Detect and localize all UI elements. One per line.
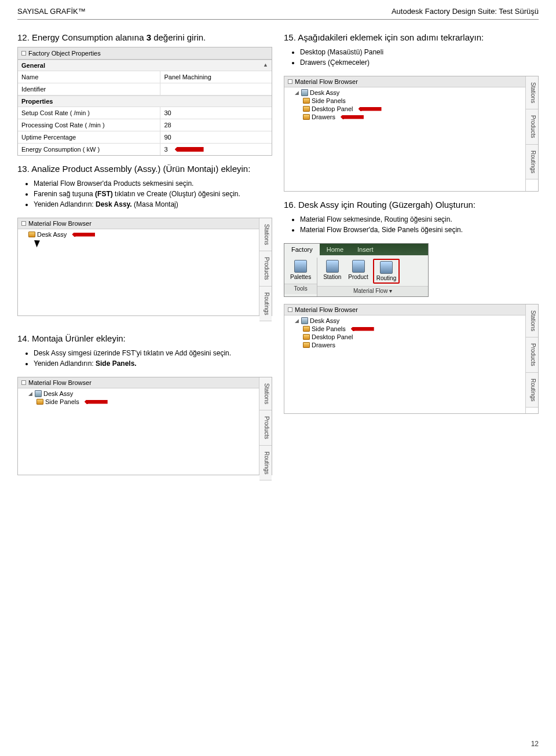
bullet-item: Drawers (Çekmeceler)	[300, 57, 539, 68]
tree-item-label: Side Panels	[45, 398, 79, 405]
cursor	[20, 238, 257, 248]
prop-key: Identifier	[18, 83, 160, 95]
step13-bullets: Material Flow Browser'da Products sekmes…	[17, 178, 272, 210]
step12-title-post: değerini girin.	[151, 32, 206, 42]
prop-key: Setup Cost Rate ( /min )	[18, 107, 160, 119]
ribbon-group-label: Material Flow ▾	[317, 286, 428, 296]
section-properties[interactable]: Properties	[18, 96, 272, 107]
tab-stations[interactable]: Stations	[526, 304, 538, 337]
tree-item-desk-assy[interactable]: ◢ Desk Assy	[287, 89, 523, 97]
prop-row: Identifier	[18, 83, 272, 96]
arrow-icon	[72, 233, 95, 237]
page-header: SAYISAL GRAFİK™ Autodesk Factory Design …	[0, 0, 556, 18]
tab-stations[interactable]: Stations	[259, 218, 272, 251]
mfb-title: Material Flow Browser	[18, 218, 259, 229]
prop-val[interactable]: 30	[160, 107, 272, 119]
station-icon	[326, 260, 339, 273]
bullet-item: Yeniden Adlandırın: Side Panels.	[34, 358, 272, 369]
ribbon-tab-insert[interactable]: Insert	[350, 244, 381, 255]
mfb-tree: Desk Assy	[18, 229, 259, 315]
arrow-icon	[341, 115, 364, 119]
prop-key: Processing Cost Rate ( /min )	[18, 119, 160, 131]
prop-row: Processing Cost Rate ( /min ) 28	[18, 119, 272, 131]
tree-item-desktop-panel[interactable]: Desktop Panel	[287, 105, 523, 113]
tree-item-label: Desk Assy	[37, 231, 67, 238]
tab-products[interactable]: Products	[526, 109, 538, 144]
tree-item-label: Desk Assy	[310, 89, 339, 96]
header-right: Autodesk Factory Design Suite: Test Sürü…	[392, 7, 539, 16]
collapse-icon[interactable]: ▲	[263, 62, 268, 69]
product-icon	[352, 260, 365, 273]
ribbon-btn-label: Station	[323, 274, 341, 280]
mfb-title-text: Material Flow Browser	[295, 306, 358, 313]
mfb-tree: ◢ Desk Assy Side Panels	[18, 388, 259, 475]
tab-stations[interactable]: Stations	[259, 377, 272, 410]
step15-bullets: Desktop (Masaüstü) Paneli Drawers (Çekme…	[284, 47, 539, 68]
step12-title: 12. Energy Consumption alanına 3 değerin…	[17, 32, 272, 42]
prop-key: Name	[18, 71, 160, 83]
prop-val-highlight[interactable]: 3	[160, 144, 272, 155]
mfb-side-tabs: Stations Products Routings	[259, 218, 272, 315]
tree-item-label: Desk Assy	[310, 317, 339, 324]
product-icon	[36, 399, 43, 405]
tree-item-desk-assy[interactable]: ◢ Desk Assy	[20, 390, 257, 398]
product-icon	[303, 98, 310, 104]
ribbon-btn-station[interactable]: Station	[321, 259, 343, 284]
ribbon-tab-home[interactable]: Home	[320, 244, 350, 255]
mfb-title: Material Flow Browser	[284, 304, 525, 315]
ribbon-factory: Factory Home Insert Palettes Tools	[284, 243, 429, 297]
ribbon-btn-palettes[interactable]: Palettes	[288, 259, 313, 281]
mfb-title-icon	[288, 79, 292, 84]
section-general-label: General	[21, 62, 45, 69]
caret-icon[interactable]: ◢	[295, 90, 299, 96]
tab-products[interactable]: Products	[526, 337, 538, 372]
ribbon-btn-product[interactable]: Product	[346, 259, 370, 284]
ribbon-btn-routing[interactable]: Routing	[373, 259, 400, 284]
mfb-title: Material Flow Browser	[284, 76, 525, 87]
tab-routings[interactable]: Routings	[259, 287, 272, 321]
prop-row: Energy Consumption ( kW ) 3	[18, 144, 272, 155]
prop-row: Uptime Percentage 90	[18, 131, 272, 144]
bullet-item: Desk Assy simgesi üzerinde FST'yi tıklat…	[34, 348, 272, 358]
material-flow-browser: Material Flow Browser ◢ Desk Assy Side P…	[284, 304, 539, 414]
tree-item-desk-assy[interactable]: ◢ Desk Assy	[287, 317, 523, 325]
prop-val[interactable]: 90	[160, 131, 272, 143]
caret-icon[interactable]: ◢	[28, 391, 33, 397]
bullet-item: Material Flow Browser'da Products sekmes…	[34, 178, 272, 189]
prop-key: Uptime Percentage	[18, 131, 160, 143]
tab-routings[interactable]: Routings	[526, 145, 538, 179]
prop-val[interactable]: Panel Machining	[160, 71, 272, 83]
mfb-title-text: Material Flow Browser	[295, 78, 358, 85]
prop-val[interactable]: 28	[160, 119, 272, 131]
caret-icon[interactable]: ◢	[295, 318, 299, 324]
assembly-icon	[301, 317, 308, 324]
product-icon	[28, 232, 35, 237]
material-flow-browser: Material Flow Browser ◢ Desk Assy Side P…	[284, 76, 539, 192]
prop-val[interactable]	[160, 83, 272, 95]
tree-item-side-panels[interactable]: Side Panels	[287, 97, 523, 105]
tree-item-side-panels[interactable]: Side Panels	[287, 325, 523, 333]
tab-routings[interactable]: Routings	[526, 373, 538, 408]
step15-title: 15. Aşağıdakileri eklemek için son adımı…	[284, 32, 539, 42]
tab-products[interactable]: Products	[259, 251, 272, 286]
tree-item-side-panels[interactable]: Side Panels	[20, 398, 257, 406]
header-left: SAYISAL GRAFİK™	[17, 7, 86, 16]
tree-item-desktop-panel[interactable]: Desktop Panel	[287, 333, 523, 341]
tree-item-drawers[interactable]: Drawers	[287, 113, 523, 121]
ribbon-tab-factory[interactable]: Factory	[284, 244, 320, 255]
section-general[interactable]: General ▲	[18, 60, 272, 71]
tree-item-drawers[interactable]: Drawers	[287, 341, 523, 349]
assembly-icon	[35, 390, 42, 397]
arrow-icon	[351, 327, 374, 331]
product-icon	[303, 326, 310, 332]
tab-routings[interactable]: Routings	[259, 446, 272, 480]
assembly-icon	[301, 89, 308, 96]
tab-stations[interactable]: Stations	[526, 76, 538, 109]
step12-title-pre: 12. Energy Consumption alanına	[17, 32, 147, 42]
tree-item-label: Desktop Panel	[312, 105, 353, 112]
tree-item-desk-assy[interactable]: Desk Assy	[20, 230, 257, 238]
material-flow-browser: Material Flow Browser Desk Assy	[17, 218, 272, 316]
tab-products[interactable]: Products	[259, 410, 272, 445]
bullet-item: Material Flow Browser'da, Side Panels öğ…	[300, 225, 539, 235]
bullet-item: Yeniden Adlandırın: Desk Assy. (Masa Mon…	[34, 199, 272, 210]
